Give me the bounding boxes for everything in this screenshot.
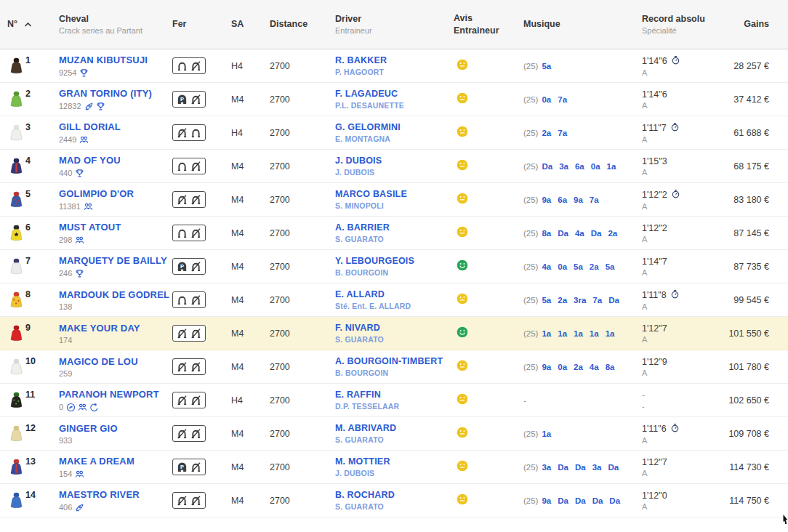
musique-result[interactable]: 2a bbox=[608, 229, 617, 238]
musique-value[interactable]: (25)5a bbox=[516, 62, 635, 70]
column-header-gains[interactable]: Gains bbox=[720, 18, 788, 30]
driver-link[interactable]: F. NIVARD bbox=[335, 323, 446, 333]
musique-value[interactable]: (25)1a bbox=[516, 430, 635, 438]
musique-result[interactable]: Da bbox=[542, 162, 552, 171]
musique-result[interactable]: 6a bbox=[558, 196, 567, 204]
chevron-up-icon[interactable] bbox=[24, 22, 32, 28]
trainer-link[interactable]: E. MONTAGNA bbox=[335, 134, 446, 143]
musique-result[interactable]: 9a bbox=[542, 363, 551, 371]
table-row[interactable]: 13 MAKE A DREAM 154 P M4 2700 M. MOTTIER… bbox=[0, 451, 788, 484]
musique-result[interactable]: 7a bbox=[558, 129, 567, 137]
trainer-link[interactable]: B. BOURGOIN bbox=[335, 368, 446, 377]
column-header-musique[interactable]: Musique bbox=[516, 18, 635, 30]
musique-result[interactable]: 0a bbox=[591, 162, 600, 171]
musique-result[interactable]: 5a bbox=[574, 262, 583, 271]
musique-result[interactable]: 1a bbox=[607, 162, 616, 171]
table-row[interactable]: 14 MAESTRO RIVER 406 M4 2700 B. ROCHARD … bbox=[0, 484, 788, 517]
musique-value[interactable]: (25)5a2a3ra7aDa bbox=[516, 296, 635, 305]
musique-result[interactable]: Da bbox=[558, 463, 568, 472]
trainer-link[interactable]: J. DUBOIS bbox=[335, 469, 446, 477]
musique-value[interactable]: - bbox=[516, 396, 635, 405]
column-header-sa[interactable]: SA bbox=[224, 18, 262, 30]
musique-result[interactable]: Da bbox=[608, 463, 619, 472]
trainer-link[interactable]: S. GUARATO bbox=[335, 502, 446, 511]
musique-result[interactable]: 1a bbox=[542, 329, 551, 338]
column-header-fer[interactable]: Fer bbox=[165, 18, 224, 30]
musique-result[interactable]: 0a bbox=[542, 95, 551, 104]
horse-name-link[interactable]: GILL DORIAL bbox=[59, 121, 165, 132]
horse-name-link[interactable]: PARANOH NEWPORT bbox=[59, 389, 165, 400]
trainer-link[interactable]: S. MINOPOLI bbox=[335, 201, 446, 210]
horse-name-link[interactable]: MAKE A DREAM bbox=[59, 456, 165, 467]
musique-result[interactable]: 9a bbox=[542, 196, 551, 204]
trainer-link[interactable]: J. DUBOIS bbox=[335, 168, 446, 177]
musique-result[interactable]: Da bbox=[609, 496, 620, 505]
musique-result[interactable]: 9a bbox=[574, 196, 583, 204]
horse-name-link[interactable]: GINGER GIO bbox=[59, 423, 165, 434]
trainer-link[interactable]: S. GUARATO bbox=[335, 335, 446, 344]
table-row[interactable]: 8 MARDOUK DE GODREL 138 M4 2700 E. ALLAR… bbox=[0, 283, 788, 317]
musique-value[interactable]: (25)3aDaDa3aDa bbox=[516, 463, 635, 472]
musique-value[interactable]: (25)9aDaDaDaDa bbox=[516, 496, 635, 505]
horse-name-link[interactable]: MUZAN KIBUTSUJI bbox=[59, 55, 165, 65]
musique-result[interactable]: Da bbox=[575, 496, 586, 505]
musique-result[interactable]: 0a bbox=[558, 262, 567, 271]
musique-result[interactable]: 8a bbox=[606, 363, 615, 371]
horse-name-link[interactable]: MAGICO DE LOU bbox=[59, 356, 165, 367]
table-row[interactable]: 1 MUZAN KIBUTSUJI 9254 H4 2700 R. BAKKER… bbox=[0, 49, 788, 83]
musique-result[interactable]: 1a bbox=[606, 329, 615, 338]
driver-link[interactable]: A. BOURGOIN-TIMBERT bbox=[335, 356, 446, 366]
table-row[interactable]: 12 GINGER GIO 933 M4 2700 M. ABRIVARD S.… bbox=[0, 417, 788, 451]
driver-link[interactable]: G. GELORMINI bbox=[335, 122, 446, 132]
musique-value[interactable]: (25)8aDa4aDa2a bbox=[516, 229, 635, 238]
driver-link[interactable]: R. BAKKER bbox=[335, 55, 446, 65]
column-header-cheval[interactable]: Cheval Crack series au Partant bbox=[52, 13, 165, 36]
driver-link[interactable]: B. ROCHARD bbox=[335, 490, 446, 500]
musique-result[interactable]: 2a bbox=[558, 296, 567, 305]
horse-name-link[interactable]: GRAN TORINO (ITY) bbox=[59, 88, 165, 99]
table-row[interactable]: 9 MAKE YOUR DAY 174 M4 2700 F. NIVARD S.… bbox=[0, 317, 788, 350]
driver-link[interactable]: E. RAFFIN bbox=[335, 390, 446, 400]
musique-result[interactable]: Da bbox=[558, 496, 568, 505]
driver-link[interactable]: Y. LEBOURGEOIS bbox=[335, 256, 446, 266]
musique-result[interactable]: Da bbox=[558, 229, 568, 238]
column-header-record[interactable]: Record absolu Spécialité bbox=[635, 13, 720, 36]
driver-link[interactable]: F. LAGADEUC bbox=[335, 89, 446, 99]
musique-result[interactable]: 3a bbox=[542, 463, 551, 472]
table-row[interactable]: 11 PARANOH NEWPORT 0 H4 2700 E. RAFFIN D… bbox=[0, 384, 788, 417]
trainer-link[interactable]: P. HAGOORT bbox=[335, 68, 446, 76]
trainer-link[interactable]: S. GUARATO bbox=[335, 235, 446, 243]
musique-result[interactable]: 5a bbox=[542, 296, 551, 305]
trainer-link[interactable]: P.L. DESAUNETTE bbox=[335, 101, 446, 110]
musique-result[interactable]: 6a bbox=[575, 162, 584, 171]
musique-result[interactable]: 3ra bbox=[574, 296, 586, 305]
musique-result[interactable]: 2a bbox=[590, 262, 599, 271]
trainer-link[interactable]: D.P. TESSELAAR bbox=[335, 402, 446, 411]
musique-value[interactable]: (25)Da3a6a0a1a bbox=[516, 162, 635, 171]
musique-result[interactable]: 5a bbox=[606, 262, 615, 271]
musique-result[interactable]: Da bbox=[608, 296, 619, 305]
musique-result[interactable]: 7a bbox=[558, 95, 567, 104]
horse-name-link[interactable]: GOLIMPIO D'OR bbox=[59, 188, 165, 199]
table-row[interactable]: 4 MAD OF YOU 440 M4 2700 J. DUBOIS J. DU… bbox=[0, 150, 788, 183]
table-row[interactable]: 6 MUST ATOUT 298 M4 2700 A. BARRIER S. G… bbox=[0, 217, 788, 250]
trainer-link[interactable]: B. BOURGOIN bbox=[335, 268, 446, 277]
musique-value[interactable]: (25)9a0a2a4a8a bbox=[516, 363, 635, 371]
column-header-avis[interactable]: Avis Entraineur bbox=[446, 12, 516, 36]
driver-link[interactable]: M. ABRIVARD bbox=[335, 423, 446, 433]
musique-result[interactable]: 1a bbox=[590, 329, 599, 338]
table-row[interactable]: 2 GRAN TORINO (ITY) 12832 P M4 2700 F. L… bbox=[0, 83, 788, 116]
musique-result[interactable]: 1a bbox=[558, 329, 567, 338]
driver-link[interactable]: M. MOTTIER bbox=[335, 456, 446, 467]
musique-result[interactable]: 5a bbox=[542, 62, 551, 70]
musique-result[interactable]: 8a bbox=[542, 229, 551, 238]
table-row[interactable]: 10 MAGICO DE LOU 259 M4 2700 A. BOURGOIN… bbox=[0, 350, 788, 384]
musique-result[interactable]: Da bbox=[575, 463, 586, 472]
musique-result[interactable]: Da bbox=[592, 496, 603, 505]
musique-result[interactable]: 2a bbox=[574, 363, 583, 371]
musique-value[interactable]: (25)0a7a bbox=[516, 95, 635, 104]
horse-name-link[interactable]: MUST ATOUT bbox=[59, 222, 165, 233]
musique-value[interactable]: (25)2a7a bbox=[516, 129, 635, 137]
horse-name-link[interactable]: MAD OF YOU bbox=[59, 155, 165, 166]
column-header-num[interactable]: N° bbox=[0, 18, 52, 30]
